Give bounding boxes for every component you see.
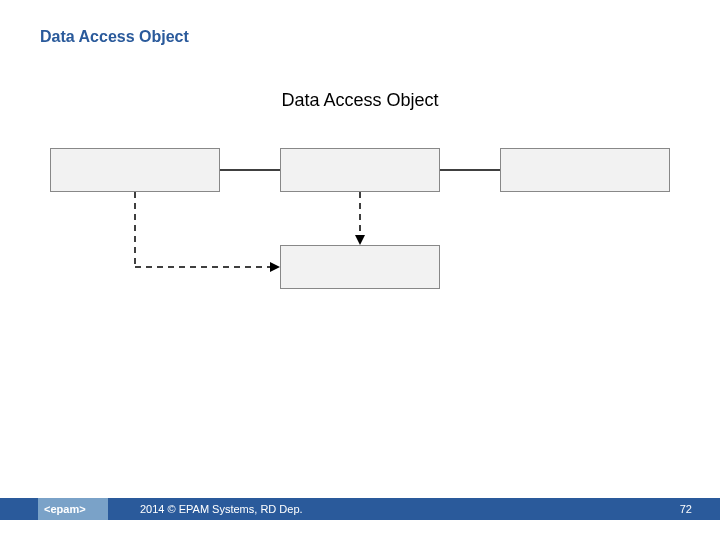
footer-copyright: 2014 © EPAM Systems, RD Dep. [140,498,303,520]
logo-text: <epam> [44,503,86,515]
diagram-box-d [280,245,440,289]
footer-bar [0,498,720,520]
epam-logo-icon: <epam> [44,502,102,516]
slide-title: Data Access Object [40,28,189,46]
diagram-box-b [280,148,440,192]
diagram-box-a [50,148,220,192]
diagram-box-c [500,148,670,192]
slide: Data Access Object Data Access Object <e… [0,0,720,540]
logo-chip: <epam> [38,498,108,520]
page-number: 72 [680,498,692,520]
diagram-title: Data Access Object [0,90,720,111]
diagram [50,130,670,350]
svg-marker-6 [270,262,280,272]
svg-marker-3 [355,235,365,245]
